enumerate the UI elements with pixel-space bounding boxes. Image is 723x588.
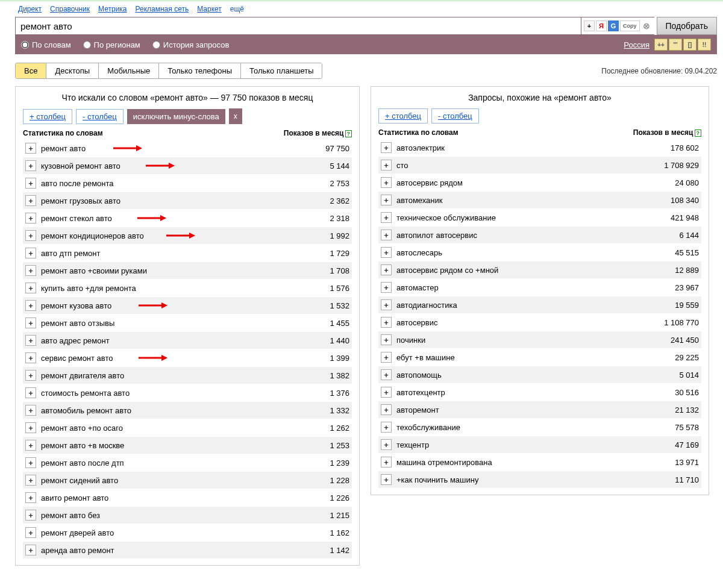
keyword-text[interactable]: ремонт сидений авто bbox=[41, 476, 330, 485]
keyword-text[interactable]: автомеханик bbox=[396, 196, 671, 205]
add-keyword-button[interactable]: + bbox=[25, 422, 36, 433]
keyword-text[interactable]: авто дтп ремонт bbox=[41, 249, 330, 258]
add-keyword-button[interactable]: + bbox=[25, 300, 36, 311]
add-keyword-button[interactable]: + bbox=[25, 160, 36, 171]
google-icon[interactable]: G bbox=[608, 20, 619, 31]
ext-button[interactable]: [] bbox=[683, 39, 696, 51]
keyword-text[interactable]: ремонт авто без bbox=[41, 511, 330, 520]
add-keyword-button[interactable]: + bbox=[25, 387, 36, 398]
keyword-text[interactable]: ремонт авто +своими руками bbox=[41, 266, 330, 275]
keyword-text[interactable]: ремонт авто отзывы bbox=[41, 319, 330, 328]
keyword-text[interactable]: автосервис bbox=[396, 318, 664, 327]
top-link[interactable]: Метрика bbox=[98, 5, 127, 13]
clear-icon[interactable]: ⊗ bbox=[641, 20, 652, 31]
minus-words-button[interactable]: исключить минус-слова bbox=[127, 109, 225, 124]
radio-by-regions[interactable]: По регионам bbox=[83, 40, 140, 49]
add-column-button[interactable]: + столбец bbox=[378, 108, 428, 124]
top-link[interactable]: Рекламная сеть bbox=[136, 5, 189, 13]
keyword-text[interactable]: ремонт авто +в москве bbox=[41, 441, 330, 450]
keyword-text[interactable]: авто после ремонта bbox=[41, 179, 330, 188]
keyword-text[interactable]: автосервис рядом со +мной bbox=[396, 266, 675, 275]
add-keyword-button[interactable]: + bbox=[381, 317, 392, 328]
keyword-text[interactable]: авто адрес ремонт bbox=[41, 336, 330, 345]
keyword-text[interactable]: авторемонт bbox=[396, 405, 675, 414]
keyword-text[interactable]: авито ремонт авто bbox=[41, 493, 330, 502]
keyword-text[interactable]: автопомощь bbox=[396, 371, 679, 380]
del-column-button[interactable]: - столбец bbox=[76, 109, 124, 124]
add-keyword-button[interactable]: + bbox=[381, 160, 392, 170]
keyword-text[interactable]: ремонт авто +по осаго bbox=[41, 424, 330, 433]
device-tab[interactable]: Все bbox=[16, 63, 46, 78]
ext-button[interactable]: ''' bbox=[669, 39, 682, 51]
keyword-text[interactable]: ебут +в машине bbox=[396, 353, 675, 362]
keyword-text[interactable]: автослесарь bbox=[396, 248, 675, 257]
add-keyword-button[interactable]: + bbox=[381, 177, 392, 188]
minus-words-close[interactable]: x bbox=[229, 108, 242, 124]
add-keyword-button[interactable]: + bbox=[381, 422, 392, 433]
add-keyword-button[interactable]: + bbox=[381, 247, 392, 258]
add-keyword-button[interactable]: + bbox=[25, 230, 36, 241]
add-keyword-button[interactable]: + bbox=[381, 334, 392, 345]
add-keyword-button[interactable]: + bbox=[381, 404, 392, 415]
add-keyword-button[interactable]: + bbox=[25, 405, 36, 416]
top-link[interactable]: ещё bbox=[230, 5, 244, 13]
add-keyword-button[interactable]: + bbox=[25, 545, 36, 555]
device-tab[interactable]: Мобильные bbox=[99, 63, 159, 78]
add-column-button[interactable]: + столбец bbox=[23, 109, 72, 124]
region-link[interactable]: Россия bbox=[624, 40, 649, 49]
keyword-text[interactable]: техцентр bbox=[396, 440, 675, 449]
keyword-text[interactable]: ремонт кузова авто bbox=[41, 301, 330, 310]
keyword-text[interactable]: ремонт стекол авто bbox=[41, 214, 330, 223]
add-keyword-button[interactable]: + bbox=[25, 440, 36, 451]
copy-button[interactable]: Copy bbox=[620, 20, 640, 31]
device-tab[interactable]: Только телефоны bbox=[159, 63, 241, 78]
add-keyword-button[interactable]: + bbox=[381, 230, 392, 240]
add-keyword-button[interactable]: + bbox=[381, 142, 392, 153]
add-keyword-button[interactable]: + bbox=[381, 212, 392, 223]
add-keyword-button[interactable]: + bbox=[25, 265, 36, 276]
submit-button[interactable]: Подобрать bbox=[657, 17, 718, 35]
yandex-icon[interactable]: Я bbox=[596, 20, 607, 31]
keyword-text[interactable]: +как починить машину bbox=[396, 475, 675, 484]
keyword-text[interactable]: сто bbox=[396, 161, 664, 170]
add-keyword-button[interactable]: + bbox=[381, 439, 392, 450]
add-keyword-button[interactable]: + bbox=[381, 264, 392, 275]
add-keyword-button[interactable]: + bbox=[25, 510, 36, 521]
add-keyword-button[interactable]: + bbox=[25, 527, 36, 538]
add-keyword-button[interactable]: + bbox=[25, 475, 36, 486]
add-keyword-button[interactable]: + bbox=[381, 352, 392, 363]
keyword-text[interactable]: автомобиль ремонт авто bbox=[41, 406, 330, 415]
add-keyword-button[interactable]: + bbox=[25, 317, 36, 328]
keyword-text[interactable]: автодиагностика bbox=[396, 301, 675, 310]
device-tab[interactable]: Только планшеты bbox=[241, 63, 322, 78]
keyword-text[interactable]: починки bbox=[396, 336, 671, 345]
keyword-text[interactable]: автопилот автосервис bbox=[396, 231, 679, 240]
help-icon[interactable]: ? bbox=[695, 130, 702, 137]
add-keyword-button[interactable]: + bbox=[25, 283, 36, 293]
top-link[interactable]: Маркет bbox=[197, 5, 222, 13]
add-keyword-button[interactable]: + bbox=[25, 195, 36, 206]
add-keyword-button[interactable]: + bbox=[381, 387, 392, 398]
add-keyword-button[interactable]: + bbox=[25, 248, 36, 258]
keyword-text[interactable]: ремонт авто bbox=[41, 144, 325, 153]
add-keyword-button[interactable]: + bbox=[381, 195, 392, 205]
help-icon[interactable]: ? bbox=[345, 130, 352, 137]
keyword-text[interactable]: ремонт грузовых авто bbox=[41, 196, 330, 205]
keyword-text[interactable]: кузовной ремонт авто bbox=[41, 161, 330, 170]
keyword-text[interactable]: сервис ремонт авто bbox=[41, 354, 330, 363]
keyword-text[interactable]: техническое обслуживание bbox=[396, 213, 671, 222]
keyword-text[interactable]: автоэлектрик bbox=[396, 143, 671, 152]
ext-button[interactable]: ++ bbox=[654, 39, 668, 51]
add-keyword-button[interactable]: + bbox=[25, 213, 36, 224]
keyword-text[interactable]: машина отремонтирована bbox=[396, 458, 675, 467]
add-keyword-button[interactable]: + bbox=[381, 282, 392, 293]
add-keyword-button[interactable]: + bbox=[381, 369, 392, 380]
radio-history[interactable]: История запросов bbox=[152, 40, 230, 49]
keyword-text[interactable]: ремонт двигателя авто bbox=[41, 371, 330, 380]
keyword-text[interactable]: стоимость ремонта авто bbox=[41, 389, 330, 398]
keyword-text[interactable]: автомастер bbox=[396, 283, 675, 292]
add-keyword-button[interactable]: + bbox=[25, 178, 36, 189]
add-keyword-button[interactable]: + bbox=[381, 474, 392, 485]
add-keyword-button[interactable]: + bbox=[25, 143, 36, 154]
top-link[interactable]: Справочник bbox=[50, 5, 90, 13]
